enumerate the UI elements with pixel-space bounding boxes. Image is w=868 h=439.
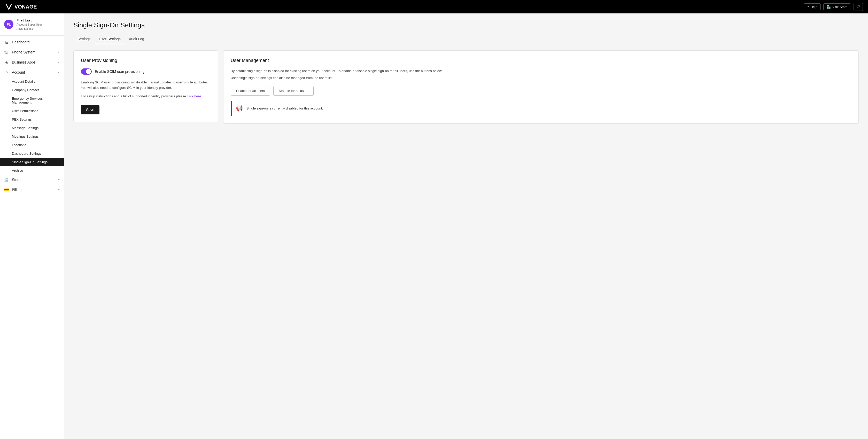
avatar: FL bbox=[4, 20, 13, 29]
account-icon: ○ bbox=[4, 70, 9, 75]
chevron-up-icon: ▴ bbox=[58, 70, 60, 74]
user-name: First Last bbox=[17, 18, 42, 23]
user-acct: Acct: 336462 bbox=[17, 27, 42, 31]
user-provisioning-card: User Provisioning Enable SCIM user provi… bbox=[73, 50, 218, 122]
status-box: 📢 Single sign-on is currently disabled f… bbox=[231, 101, 851, 116]
store-icon: 🛒 bbox=[4, 178, 9, 182]
card-title: User Provisioning bbox=[81, 58, 211, 63]
sidebar-item-pbx-settings[interactable]: PBX Settings bbox=[0, 115, 64, 124]
card-title: User Management bbox=[231, 58, 851, 63]
visit-store-button[interactable]: 🏪 Visit Store bbox=[823, 3, 851, 10]
page-title: Single Sign-On Settings bbox=[73, 21, 859, 29]
status-text: Single sign-on is currently disabled for… bbox=[246, 106, 323, 111]
billing-icon: 💳 bbox=[4, 187, 9, 192]
cards-row: User Provisioning Enable SCIM user provi… bbox=[73, 50, 859, 124]
sidebar-item-emergency-services[interactable]: Emergency Services Management bbox=[0, 94, 64, 107]
chevron-down-icon: ▾ bbox=[58, 61, 60, 64]
brand-name: VONAGE bbox=[14, 4, 37, 10]
sidebar-item-archive[interactable]: Archive bbox=[0, 166, 64, 175]
sidebar-item-user-permissions[interactable]: User Permissions bbox=[0, 107, 64, 115]
top-navigation: VONAGE ? Help 🏪 Visit Store ♡ bbox=[0, 0, 868, 13]
sidebar-item-locations[interactable]: Locations bbox=[0, 141, 64, 149]
sidebar-item-account[interactable]: ○ Account ▴ bbox=[0, 67, 64, 77]
store-icon: 🏪 bbox=[827, 5, 831, 9]
dashboard-icon: ⊞ bbox=[4, 40, 9, 45]
sidebar-item-label: Phone System bbox=[12, 50, 35, 54]
main-content: Single Sign-On Settings Settings User Se… bbox=[64, 13, 868, 439]
megaphone-icon: 📢 bbox=[236, 105, 243, 112]
favorites-button[interactable]: ♡ bbox=[854, 3, 863, 11]
sidebar-item-label: Account bbox=[12, 70, 25, 74]
sidebar: FL First Last Account Super User Acct: 3… bbox=[0, 13, 64, 439]
sidebar-item-label: Billing bbox=[12, 188, 22, 192]
sidebar-item-company-contact[interactable]: Company Contact bbox=[0, 86, 64, 94]
sidebar-item-meetings-settings[interactable]: Meetings Settings bbox=[0, 132, 64, 141]
user-info: First Last Account Super User Acct: 3364… bbox=[17, 18, 42, 31]
desc2-prefix: For setup instructions and a list of sup… bbox=[81, 94, 187, 98]
provisioning-desc2: For setup instructions and a list of sup… bbox=[81, 94, 211, 99]
sidebar-item-label: Store bbox=[12, 178, 21, 182]
sidebar-item-dashboard[interactable]: ⊞ Dashboard bbox=[0, 37, 64, 47]
help-icon: ? bbox=[807, 5, 809, 9]
mgmt-desc2: User single sign-on settings can also be… bbox=[231, 75, 851, 81]
sidebar-item-message-settings[interactable]: Message Settings bbox=[0, 124, 64, 132]
sidebar-item-phone-system[interactable]: ☏ Phone System ▾ bbox=[0, 47, 64, 57]
sidebar-item-label: Business Apps bbox=[12, 60, 36, 64]
heart-icon: ♡ bbox=[857, 5, 860, 9]
chevron-down-icon: ▾ bbox=[58, 188, 60, 192]
mgmt-desc1: By default single sign-on is disabled fo… bbox=[231, 68, 851, 74]
tab-settings[interactable]: Settings bbox=[73, 34, 95, 44]
tab-audit-log[interactable]: Audit Log bbox=[125, 34, 148, 44]
sidebar-item-account-details[interactable]: Account Details bbox=[0, 77, 64, 86]
click-here-link[interactable]: click here. bbox=[187, 94, 202, 98]
tabs: Settings User Settings Audit Log bbox=[73, 34, 859, 44]
sidebar-item-label: Dashboard bbox=[12, 40, 30, 44]
provisioning-desc1: Enabling SCIM user provisioning will dis… bbox=[81, 80, 211, 91]
sidebar-item-store[interactable]: 🛒 Store ▾ bbox=[0, 175, 64, 185]
save-button[interactable]: Save bbox=[81, 105, 99, 115]
topnav-actions: ? Help 🏪 Visit Store ♡ bbox=[804, 3, 863, 11]
chevron-down-icon: ▾ bbox=[58, 178, 60, 182]
disable-all-users-button[interactable]: Disable for all users bbox=[273, 86, 314, 96]
sidebar-item-billing[interactable]: 💳 Billing ▾ bbox=[0, 185, 64, 195]
user-role: Account Super User bbox=[17, 23, 42, 27]
toggle-row: Enable SCIM user provisioning bbox=[81, 68, 211, 75]
toggle-label: Enable SCIM user provisioning bbox=[95, 69, 145, 73]
sidebar-user: FL First Last Account Super User Acct: 3… bbox=[0, 13, 64, 36]
user-management-card: User Management By default single sign-o… bbox=[223, 50, 859, 124]
scim-toggle[interactable] bbox=[81, 68, 92, 75]
sidebar-item-dashboard-settings[interactable]: Dashboard Settings bbox=[0, 149, 64, 158]
apps-icon: ◈ bbox=[4, 60, 9, 65]
tab-user-settings[interactable]: User Settings bbox=[95, 34, 125, 44]
help-button[interactable]: ? Help bbox=[804, 3, 821, 10]
account-subnav: Account Details Company Contact Emergenc… bbox=[0, 77, 64, 175]
sidebar-item-business-apps[interactable]: ◈ Business Apps ▾ bbox=[0, 57, 64, 67]
chevron-down-icon: ▾ bbox=[58, 51, 60, 54]
vonage-logo: VONAGE bbox=[5, 3, 37, 10]
enable-all-users-button[interactable]: Enable for all users bbox=[231, 86, 270, 96]
sidebar-item-single-sign-on[interactable]: Single Sign-On Settings bbox=[0, 158, 64, 166]
phone-icon: ☏ bbox=[4, 50, 9, 55]
mgmt-buttons: Enable for all users Disable for all use… bbox=[231, 86, 851, 96]
